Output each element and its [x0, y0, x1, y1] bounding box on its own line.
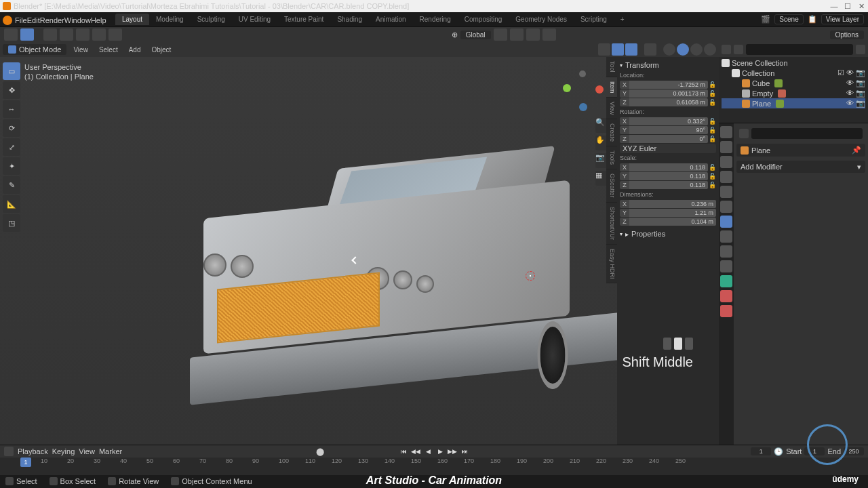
- shading-rendered-icon[interactable]: [704, 43, 716, 56]
- prop-tab-modifiers[interactable]: [720, 216, 732, 228]
- gizmo-z-axis[interactable]: [579, 103, 587, 111]
- dim-y[interactable]: 1.21 m: [629, 209, 716, 217]
- selectmode-2-icon[interactable]: [60, 28, 73, 41]
- selectmode-1-icon[interactable]: [43, 28, 57, 41]
- play-reverse-icon[interactable]: ◀: [422, 447, 433, 456]
- timeline-ruler[interactable]: 1 10203040506070809010011012013014015016…: [0, 458, 868, 475]
- tool-cursor[interactable]: ✥: [3, 81, 20, 99]
- add-modifier-dropdown[interactable]: Add Modifier ▾: [736, 161, 865, 173]
- tab-shading[interactable]: Shading: [330, 14, 369, 25]
- mode-dropdown[interactable]: Object Mode: [3, 44, 66, 55]
- outliner-item-plane[interactable]: Plane 👁📷: [722, 98, 865, 108]
- vp-menu-view[interactable]: View: [69, 46, 92, 54]
- proportional-icon[interactable]: [542, 28, 556, 41]
- prop-tab-texture[interactable]: [720, 305, 732, 317]
- prop-tab-object[interactable]: [720, 201, 732, 213]
- rot-z[interactable]: 0°: [629, 135, 708, 143]
- prop-tab-viewlayer[interactable]: [720, 156, 732, 168]
- props-editor-icon[interactable]: [739, 129, 749, 138]
- timeline-editor-icon[interactable]: [4, 447, 14, 456]
- maximize-button[interactable]: ☐: [841, 0, 854, 12]
- tool-transform[interactable]: ✦: [3, 157, 20, 175]
- tool-rotate[interactable]: ⟳: [3, 119, 20, 137]
- gizmo-x-axis[interactable]: [595, 85, 604, 94]
- menu-file[interactable]: File: [15, 16, 27, 24]
- npanel-transform-header[interactable]: Transform: [620, 60, 716, 70]
- menu-window[interactable]: Window: [64, 16, 91, 24]
- tab-rendering[interactable]: Rendering: [413, 14, 458, 25]
- tl-menu-view[interactable]: View: [79, 447, 95, 455]
- lock-icon[interactable]: 🔓: [708, 81, 716, 88]
- ntab-tool[interactable]: Tool: [606, 57, 617, 77]
- tab-modeling[interactable]: Modeling: [149, 14, 191, 25]
- prop-tab-output[interactable]: [720, 141, 732, 153]
- keyframe-next-icon[interactable]: ▶▶: [447, 447, 458, 456]
- snap-icon[interactable]: [510, 28, 524, 41]
- outliner-collection[interactable]: Collection ☑👁📷: [722, 68, 865, 78]
- snap-target-icon[interactable]: [526, 28, 540, 41]
- ntab-view[interactable]: View: [606, 98, 617, 119]
- outliner-editor-icon[interactable]: [722, 45, 731, 54]
- ntab-item[interactable]: Item: [606, 77, 617, 98]
- prop-tab-particles[interactable]: [720, 230, 732, 243]
- outliner-filter-icon[interactable]: [856, 45, 865, 54]
- orientation-dropdown[interactable]: Global: [460, 30, 491, 39]
- overlays-toggle-icon[interactable]: [625, 43, 637, 56]
- play-icon[interactable]: ▶: [435, 447, 446, 456]
- ntab-gscatter[interactable]: GScatter: [606, 169, 617, 203]
- eye-icon[interactable]: 👁: [846, 68, 854, 77]
- loc-z[interactable]: 0.61058 m: [629, 98, 708, 106]
- tool-annotate[interactable]: ✎: [3, 176, 20, 194]
- tab-add[interactable]: +: [614, 14, 631, 25]
- pin-icon[interactable]: 📌: [852, 146, 861, 155]
- tab-scripting[interactable]: Scripting: [574, 14, 614, 25]
- ntab-shortcutvur[interactable]: ShortcutVUr: [606, 203, 617, 245]
- npanel-properties-header[interactable]: ▸ Properties: [620, 228, 716, 239]
- select-tool-icon[interactable]: [20, 28, 34, 41]
- outliner-displaymode-icon[interactable]: [734, 45, 743, 54]
- autokey-icon[interactable]: ⬤: [316, 447, 324, 456]
- vp-menu-select[interactable]: Select: [95, 46, 122, 54]
- props-object-row[interactable]: Plane 📌: [736, 144, 865, 157]
- tab-sculpting[interactable]: Sculpting: [191, 14, 232, 25]
- tab-texturepaint[interactable]: Texture Paint: [277, 14, 330, 25]
- vp-menu-add[interactable]: Add: [125, 46, 145, 54]
- checkbox-icon[interactable]: ☑: [837, 68, 844, 77]
- render-icon[interactable]: 📷: [856, 68, 865, 77]
- menu-edit[interactable]: Edit: [27, 16, 40, 24]
- ntab-tools[interactable]: Tools: [606, 146, 617, 169]
- ntab-create[interactable]: Create: [606, 119, 617, 146]
- prop-tab-constraints[interactable]: [720, 260, 732, 272]
- nav-gizmo[interactable]: [563, 70, 604, 111]
- tool-scale[interactable]: ⤢: [3, 138, 20, 156]
- menu-render[interactable]: Render: [40, 16, 64, 24]
- outliner-scene-collection[interactable]: Scene Collection: [722, 58, 865, 68]
- minimize-button[interactable]: —: [827, 0, 841, 12]
- jump-start-icon[interactable]: ⏮: [398, 447, 409, 456]
- scl-x[interactable]: 0.118: [629, 163, 708, 171]
- tab-geonodes[interactable]: Geometry Nodes: [509, 14, 574, 25]
- selectmode-4-icon[interactable]: [92, 28, 106, 41]
- ntab-easyhdri[interactable]: Easy HDRI: [606, 245, 617, 284]
- shading-wireframe-icon[interactable]: [663, 43, 675, 56]
- shading-solid-icon[interactable]: [677, 43, 689, 56]
- outliner-item-empty[interactable]: Empty 👁📷: [722, 88, 865, 98]
- outliner-search[interactable]: [746, 44, 853, 55]
- tl-menu-playback[interactable]: Playback: [18, 447, 48, 455]
- current-frame[interactable]: 1: [751, 447, 771, 455]
- rot-x[interactable]: 0.332°: [629, 117, 708, 125]
- tab-layout[interactable]: Layout: [115, 14, 149, 25]
- viewport-3d[interactable]: User Perspective (1) Collection | Plane …: [0, 57, 719, 445]
- prop-tab-data[interactable]: [720, 275, 732, 287]
- view-selectability-icon[interactable]: [598, 43, 610, 56]
- playhead[interactable]: 1: [20, 458, 31, 467]
- prop-tab-world[interactable]: [720, 186, 732, 198]
- vp-menu-object[interactable]: Object: [147, 46, 175, 54]
- keyframe-prev-icon[interactable]: ◀◀: [410, 447, 421, 456]
- tab-animation[interactable]: Animation: [369, 14, 412, 25]
- close-button[interactable]: ✕: [854, 0, 868, 12]
- prop-tab-render[interactable]: [720, 126, 732, 138]
- tool-select-box[interactable]: ▭: [3, 62, 20, 80]
- cursor-tool-icon[interactable]: [4, 28, 18, 41]
- scl-z[interactable]: 0.118: [629, 181, 708, 189]
